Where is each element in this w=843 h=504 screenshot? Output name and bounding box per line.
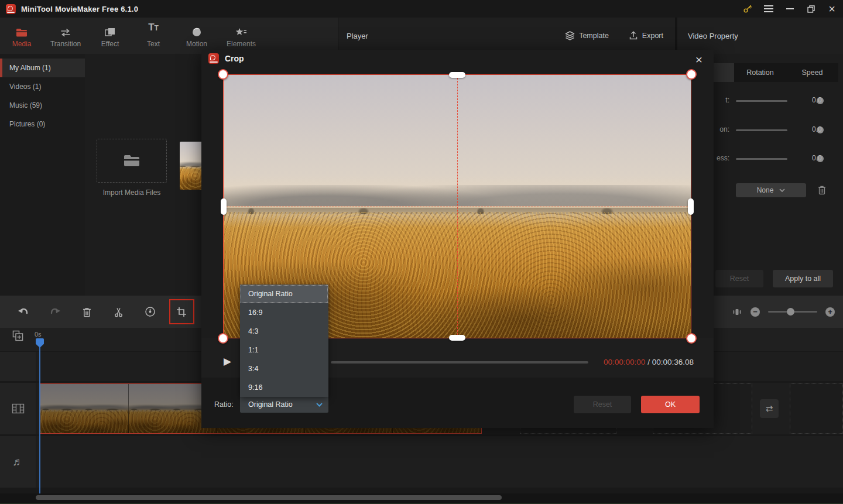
tab-text[interactable]: TT Text bbox=[133, 22, 174, 48]
chevron-down-icon bbox=[316, 403, 323, 407]
zoom-out-button[interactable]: − bbox=[751, 307, 760, 317]
play-icon[interactable]: ▶ bbox=[224, 355, 231, 368]
crop-tool-highlight bbox=[169, 299, 194, 324]
sidebar-item-music[interactable]: Music (59) bbox=[0, 96, 85, 115]
ratio-option-9-16[interactable]: 9:16 bbox=[240, 378, 328, 397]
export-upload-icon bbox=[629, 31, 638, 40]
audio-track-gutter: ♬ bbox=[0, 436, 36, 488]
license-key-icon[interactable] bbox=[740, 1, 755, 16]
transition-arrows-icon bbox=[45, 22, 86, 37]
crop-dialog-close-icon[interactable]: × bbox=[691, 52, 707, 67]
restore-icon[interactable] bbox=[803, 1, 818, 16]
undo-icon[interactable] bbox=[13, 296, 34, 328]
sidebar-item-my-album[interactable]: My Album (1) bbox=[0, 59, 85, 77]
ratio-option-4-3[interactable]: 4:3 bbox=[240, 322, 328, 341]
crop-center-horizontal-guide bbox=[224, 207, 691, 207]
export-button[interactable]: Export bbox=[629, 31, 663, 40]
effect-squares-icon bbox=[90, 22, 131, 37]
brightness-slider[interactable] bbox=[736, 158, 787, 160]
minimize-icon[interactable] bbox=[782, 1, 797, 16]
tab-effect[interactable]: Effect bbox=[90, 22, 131, 48]
template-layers-icon bbox=[565, 31, 575, 40]
current-time: 00:00:00:00 bbox=[604, 358, 645, 366]
slider-label: ess: bbox=[717, 154, 729, 162]
ratio-select[interactable]: Original Ratio bbox=[240, 396, 328, 413]
ruler-zero-label: 0s bbox=[35, 331, 42, 338]
clip-placeholder[interactable] bbox=[790, 383, 843, 434]
tab-speed[interactable]: Speed bbox=[786, 63, 838, 82]
app-logo-icon bbox=[6, 4, 16, 14]
crop-ok-button[interactable]: OK bbox=[641, 396, 700, 413]
zoom-in-button[interactable]: + bbox=[825, 307, 835, 317]
property-reset-button[interactable]: Reset bbox=[715, 270, 763, 287]
transition-slot-button[interactable]: ⇄ bbox=[760, 399, 779, 418]
crop-handle-top-right[interactable] bbox=[686, 69, 697, 80]
crop-reset-button[interactable]: Reset bbox=[574, 396, 631, 413]
ratio-option-16-9[interactable]: 16:9 bbox=[240, 303, 328, 322]
ribbon: Media Transition Effect TT Text Motion E… bbox=[0, 18, 338, 54]
delete-icon[interactable] bbox=[76, 296, 97, 328]
menu-icon[interactable] bbox=[761, 1, 776, 16]
slider-label: on: bbox=[719, 125, 729, 133]
tab-elements[interactable]: Elements bbox=[221, 22, 262, 48]
import-folder-icon bbox=[123, 153, 140, 168]
preview-progress-bar[interactable] bbox=[331, 361, 588, 364]
template-button[interactable]: Template bbox=[565, 31, 609, 40]
timeline-zoom-slider[interactable] bbox=[768, 311, 817, 313]
elements-star-icon bbox=[221, 22, 262, 37]
crop-handle-right[interactable] bbox=[688, 198, 694, 215]
close-icon[interactable]: × bbox=[824, 1, 839, 16]
crop-handle-bottom[interactable] bbox=[449, 335, 465, 341]
crop-handle-bottom-left[interactable] bbox=[218, 333, 228, 344]
slider-label: t: bbox=[725, 96, 729, 104]
zoom-slider-handle[interactable] bbox=[787, 308, 794, 316]
audio-track[interactable] bbox=[36, 436, 843, 488]
contrast-value: 0.0 bbox=[812, 96, 822, 104]
crop-dialog-header: Crop bbox=[201, 50, 714, 67]
playhead-line bbox=[39, 338, 40, 493]
media-folder-icon bbox=[1, 22, 42, 37]
music-note-icon: ♬ bbox=[12, 455, 23, 468]
title-bar: MiniTool MovieMaker Free 6.1.0 × bbox=[0, 0, 843, 18]
add-track-icon[interactable] bbox=[12, 330, 23, 341]
import-media-label: Import Media Files bbox=[85, 188, 179, 197]
saturation-value: 0.0 bbox=[812, 125, 822, 133]
crop-handle-top[interactable] bbox=[449, 72, 465, 78]
ratio-option-1-1[interactable]: 1:1 bbox=[240, 341, 328, 359]
sidebar-item-pictures[interactable]: Pictures (0) bbox=[0, 115, 85, 133]
crop-dialog-logo-icon bbox=[208, 53, 219, 64]
timeline-fit-icon[interactable] bbox=[732, 307, 742, 317]
player-title: Player bbox=[347, 32, 368, 40]
sidebar-item-videos[interactable]: Videos (1) bbox=[0, 77, 85, 96]
video-property-header: Video Property bbox=[677, 18, 843, 54]
motion-sphere-icon bbox=[176, 22, 217, 37]
speed-icon[interactable] bbox=[139, 296, 160, 328]
tab-media[interactable]: Media bbox=[1, 22, 42, 48]
film-icon bbox=[12, 403, 25, 414]
redo-icon[interactable] bbox=[44, 296, 66, 328]
crop-handle-top-left[interactable] bbox=[218, 69, 228, 80]
window-title: MiniTool MovieMaker Free 6.1.0 bbox=[21, 5, 138, 13]
saturation-slider[interactable] bbox=[736, 129, 787, 131]
crop-handle-bottom-right[interactable] bbox=[686, 333, 697, 344]
horizontal-scrollbar[interactable] bbox=[36, 495, 502, 500]
apply-to-all-button[interactable]: Apply to all bbox=[773, 270, 833, 287]
import-media-dropzone[interactable] bbox=[97, 139, 167, 183]
video-track-gutter bbox=[0, 383, 36, 434]
filter-trash-icon[interactable] bbox=[817, 185, 827, 195]
tab-transition[interactable]: Transition bbox=[45, 22, 86, 48]
split-scissors-icon[interactable] bbox=[108, 296, 129, 328]
ratio-option-original[interactable]: Original Ratio bbox=[240, 284, 328, 303]
ratio-option-3-4[interactable]: 3:4 bbox=[240, 359, 328, 378]
tab-rotation[interactable]: Rotation bbox=[734, 63, 786, 82]
crop-dialog-title: Crop bbox=[225, 54, 244, 63]
tab-motion[interactable]: Motion bbox=[176, 22, 217, 48]
filter-dropdown[interactable]: None bbox=[736, 183, 806, 197]
contrast-slider[interactable] bbox=[736, 100, 787, 102]
total-time: 00:00:36.08 bbox=[652, 358, 694, 366]
player-header: Player Template Export bbox=[338, 18, 675, 54]
ratio-label: Ratio: bbox=[214, 400, 234, 409]
media-sidebar: My Album (1) Videos (1) Music (59) Pictu… bbox=[0, 54, 85, 296]
clip-thumbnail bbox=[40, 384, 129, 433]
crop-handle-left[interactable] bbox=[221, 198, 227, 215]
